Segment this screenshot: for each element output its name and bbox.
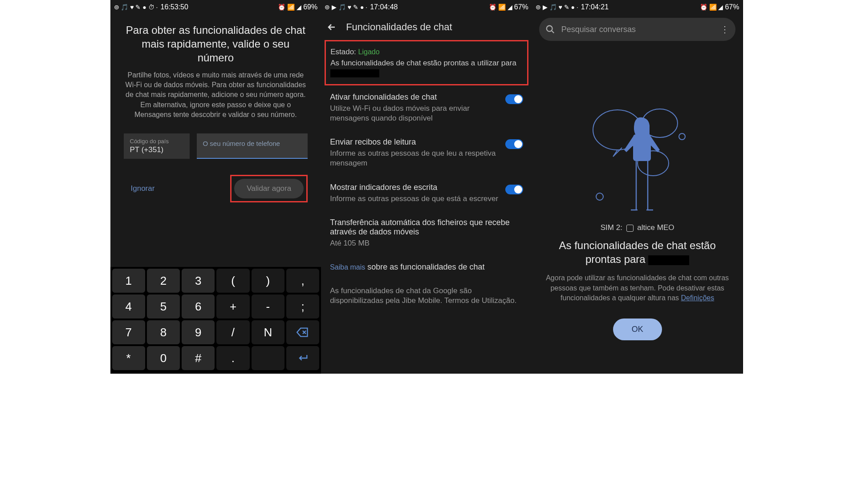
setting-read-receipts[interactable]: Enviar recibos de leitura Informe as out… bbox=[321, 130, 532, 175]
backspace-icon[interactable] bbox=[286, 320, 319, 344]
ignore-button[interactable]: Ignorar bbox=[124, 180, 162, 198]
search-bar[interactable]: Pesquisar conversas ⋮ bbox=[539, 18, 736, 41]
status-battery: 67% bbox=[725, 3, 739, 11]
redacted-number bbox=[330, 69, 379, 77]
screen-messages-home: ⊚ ▶ 🎵 ♥ ✎ ● · 17:04:21 ⏰ 📶 ◢ 67% Pesquis… bbox=[532, 0, 743, 374]
key-comma[interactable]: , bbox=[286, 269, 319, 293]
key-7[interactable]: 7 bbox=[112, 320, 145, 344]
status-icons-left: ⊚ 🎵 ♥ ✎ ● ⏱ · bbox=[114, 4, 158, 11]
setting-desc: Até 105 MB bbox=[330, 238, 523, 248]
status-icons-left: ⊚ ▶ 🎵 ♥ ✎ ● · bbox=[325, 4, 367, 11]
sim-icon bbox=[626, 225, 634, 232]
setting-title: Enviar recibos de leitura bbox=[330, 137, 523, 147]
sim-prefix: SIM 2: bbox=[601, 223, 622, 232]
key-8[interactable]: 8 bbox=[147, 320, 180, 344]
key-3[interactable]: 3 bbox=[182, 269, 215, 293]
setting-desc: Utilize Wi-Fi ou dados móveis para envia… bbox=[330, 104, 523, 123]
learn-more-rest: sobre as funcionalidades de chat bbox=[365, 262, 484, 271]
menu-icon[interactable]: ⋮ bbox=[720, 24, 729, 35]
svg-point-0 bbox=[547, 26, 552, 32]
heading-prefix: As funcionalidades de chat estão prontas… bbox=[559, 239, 716, 265]
status-icons-right: ⏰ 📶 ◢ bbox=[278, 4, 301, 11]
setting-desc: Informe as outras pessoas de que está a … bbox=[330, 194, 523, 204]
toggle-switch[interactable] bbox=[505, 94, 523, 104]
validate-button[interactable]: Validar agora bbox=[234, 179, 304, 198]
key-star[interactable]: * bbox=[112, 346, 145, 370]
status-icons-right: ⏰ 📶 ◢ bbox=[700, 4, 723, 11]
key-minus[interactable]: - bbox=[252, 294, 284, 319]
setting-auto-download[interactable]: Transferência automática dos ficheiros q… bbox=[321, 211, 532, 255]
learn-more-row[interactable]: Saiba mais sobre as funcionalidades de c… bbox=[321, 255, 532, 279]
key-n[interactable]: N bbox=[252, 320, 284, 344]
setting-desc: Informe as outras pessoas de que leu a r… bbox=[330, 149, 523, 168]
highlight-box: Validar agora bbox=[230, 175, 308, 202]
setting-enable-chat[interactable]: Ativar funcionalidades de chat Utilize W… bbox=[321, 85, 532, 130]
status-value: Ligado bbox=[358, 48, 380, 56]
key-blank[interactable] bbox=[252, 346, 284, 370]
status-battery: 69% bbox=[303, 3, 317, 11]
status-battery: 67% bbox=[514, 3, 528, 11]
key-slash[interactable]: / bbox=[216, 320, 249, 344]
svg-rect-7 bbox=[633, 134, 651, 161]
status-time: 17:04:48 bbox=[370, 3, 398, 11]
back-arrow-icon[interactable] bbox=[326, 22, 337, 32]
status-description: As funcionalidades de chat estão prontas… bbox=[330, 58, 523, 78]
key-1[interactable]: 1 bbox=[112, 269, 145, 293]
status-bar: ⊚ 🎵 ♥ ✎ ● ⏱ · 16:53:50 ⏰ 📶 ◢ 69% bbox=[110, 0, 321, 14]
setting-title: Mostrar indicadores de escrita bbox=[330, 183, 523, 192]
learn-more-link[interactable]: Saiba mais bbox=[330, 263, 365, 271]
svg-point-5 bbox=[679, 133, 685, 140]
setting-title: Transferência automática dos ficheiros q… bbox=[330, 218, 523, 237]
settings-link[interactable]: Definições bbox=[681, 294, 715, 302]
sim-label: SIM 2: altice MEO bbox=[532, 223, 743, 232]
page-description: Partilhe fotos, vídeos e muito mais atra… bbox=[124, 70, 308, 120]
page-title: Para obter as funcionalidades de chat ma… bbox=[124, 23, 308, 65]
toggle-switch[interactable] bbox=[505, 185, 523, 194]
status-icons-right: ⏰ 📶 ◢ bbox=[489, 4, 512, 11]
status-icons-left: ⊚ ▶ 🎵 ♥ ✎ ● · bbox=[536, 4, 578, 11]
illustration bbox=[532, 85, 743, 214]
country-code-value: PT (+351) bbox=[130, 145, 183, 154]
search-icon bbox=[545, 24, 555, 34]
enter-icon[interactable] bbox=[286, 346, 319, 370]
phone-placeholder: O seu número de telefone bbox=[203, 140, 302, 147]
status-label: Estado: bbox=[330, 48, 358, 56]
key-9[interactable]: 9 bbox=[182, 320, 215, 344]
status-bar: ⊚ ▶ 🎵 ♥ ✎ ● · 17:04:48 ⏰ 📶 ◢ 67% bbox=[321, 0, 532, 14]
footer-text: As funcionalidades de chat da Google são… bbox=[321, 279, 532, 313]
ok-button[interactable]: OK bbox=[613, 319, 662, 340]
status-time: 16:53:50 bbox=[161, 3, 188, 11]
setting-typing-indicators[interactable]: Mostrar indicadores de escrita Informe a… bbox=[321, 176, 532, 211]
highlight-box: Estado: Ligado As funcionalidades de cha… bbox=[325, 40, 528, 85]
key-dot[interactable]: . bbox=[216, 346, 249, 370]
key-paren-open[interactable]: ( bbox=[216, 269, 249, 293]
key-hash[interactable]: # bbox=[182, 346, 215, 370]
key-0[interactable]: 0 bbox=[147, 346, 180, 370]
key-6[interactable]: 6 bbox=[182, 294, 215, 319]
key-2[interactable]: 2 bbox=[147, 269, 180, 293]
key-plus[interactable]: + bbox=[216, 294, 249, 319]
ready-heading: As funcionalidades de chat estão prontas… bbox=[532, 238, 743, 266]
key-semicolon[interactable]: ; bbox=[286, 294, 319, 319]
screen-chat-features: ⊚ ▶ 🎵 ♥ ✎ ● · 17:04:48 ⏰ 📶 ◢ 67% Funcion… bbox=[321, 0, 532, 374]
phone-number-field[interactable]: O seu número de telefone bbox=[197, 133, 308, 159]
redacted-number bbox=[648, 255, 689, 265]
status-time: 17:04:21 bbox=[581, 3, 609, 11]
ready-body: Agora pode utilizar as funcionalidades d… bbox=[532, 273, 743, 303]
search-placeholder: Pesquisar conversas bbox=[561, 25, 715, 34]
toggle-switch[interactable] bbox=[505, 139, 523, 149]
setting-title: Ativar funcionalidades de chat bbox=[330, 93, 523, 102]
numeric-keypad: 1 2 3 ( ) , 4 5 6 + - ; 7 8 9 / N * 0 bbox=[110, 267, 321, 374]
country-code-label: Código do país bbox=[130, 138, 183, 145]
status-desc-text: As funcionalidades de chat estão prontas… bbox=[330, 59, 516, 67]
svg-point-4 bbox=[596, 193, 603, 200]
page-title: Funcionalidades de chat bbox=[346, 21, 452, 33]
status-bar: ⊚ ▶ 🎵 ♥ ✎ ● · 17:04:21 ⏰ 📶 ◢ 67% bbox=[532, 0, 743, 14]
key-4[interactable]: 4 bbox=[112, 294, 145, 319]
key-paren-close[interactable]: ) bbox=[252, 269, 284, 293]
sim-carrier: altice MEO bbox=[637, 223, 674, 232]
screen-validate-number: ⊚ 🎵 ♥ ✎ ● ⏱ · 16:53:50 ⏰ 📶 ◢ 69% Para ob… bbox=[110, 0, 321, 374]
key-5[interactable]: 5 bbox=[147, 294, 180, 319]
country-code-field[interactable]: Código do país PT (+351) bbox=[124, 133, 190, 159]
